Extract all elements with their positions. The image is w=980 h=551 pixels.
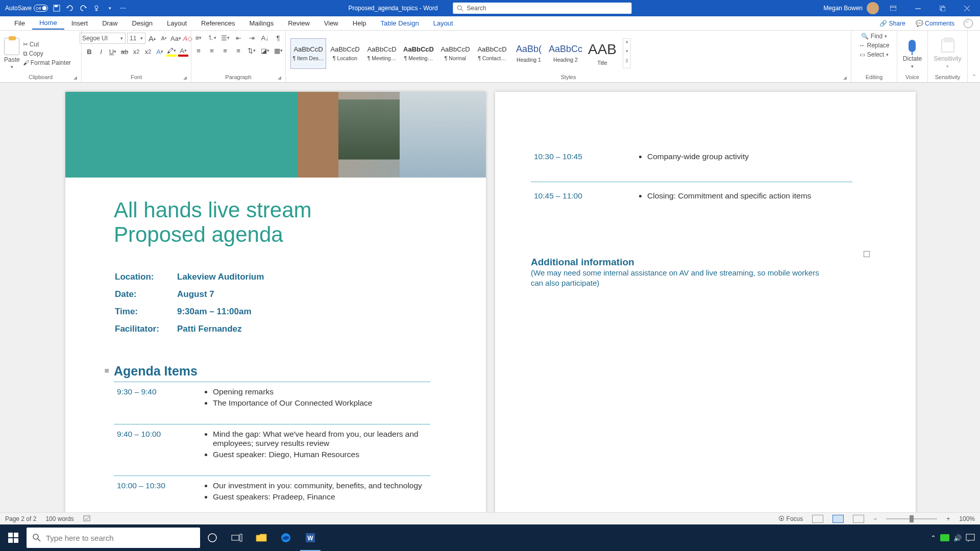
battery-icon[interactable]: [940, 534, 949, 541]
autosave-toggle[interactable]: AutoSave Off: [5, 5, 48, 12]
undo-icon[interactable]: [65, 4, 75, 13]
style-title[interactable]: AABTitle: [584, 38, 620, 69]
zoom-slider[interactable]: [886, 518, 937, 519]
page-indicator[interactable]: Page 2 of 2: [5, 515, 36, 522]
increase-indent-icon[interactable]: ⇥: [247, 33, 257, 43]
print-layout-icon[interactable]: [832, 515, 844, 523]
styles-launcher-icon[interactable]: ◢: [843, 75, 847, 80]
tab-file[interactable]: File: [7, 17, 32, 29]
file-explorer-icon[interactable]: [249, 524, 274, 551]
find-button[interactable]: 🔍 Find ▾: [861, 33, 887, 40]
paste-button[interactable]: Paste ▾: [4, 38, 20, 69]
decrease-indent-icon[interactable]: ⇤: [233, 33, 243, 43]
zoom-level[interactable]: 100%: [959, 515, 975, 522]
italic-button[interactable]: I: [96, 46, 106, 57]
font-color-icon[interactable]: A▾: [178, 46, 188, 57]
redo-icon[interactable]: [79, 4, 88, 13]
style-contact[interactable]: AaBbCcD¶ Contact…: [474, 38, 510, 69]
cut-button[interactable]: ✂ Cut: [23, 41, 71, 48]
tab-view[interactable]: View: [317, 17, 346, 29]
highlight-icon[interactable]: 🖍▾: [166, 46, 177, 57]
font-size-combo[interactable]: 11▾: [127, 33, 145, 44]
maximize-button[interactable]: [932, 0, 952, 16]
format-painter-button[interactable]: 🖌 Format Painter: [23, 59, 71, 66]
document-canvas[interactable]: All hands live stream Proposed agenda Lo…: [0, 83, 980, 533]
tab-table-design[interactable]: Table Design: [374, 17, 426, 29]
change-case-icon[interactable]: Aa▾: [170, 33, 181, 43]
subscript-button[interactable]: x2: [131, 46, 141, 57]
select-button[interactable]: ▭ Select ▾: [860, 51, 889, 58]
zoom-out-button[interactable]: −: [873, 515, 877, 522]
line-spacing-icon[interactable]: ⇅▾: [247, 45, 257, 56]
dictate-button[interactable]: Dictate ▾: [903, 38, 922, 69]
word-count[interactable]: 100 words: [45, 515, 74, 522]
bold-button[interactable]: B: [84, 46, 94, 57]
task-view-icon[interactable]: [225, 524, 249, 551]
start-button[interactable]: [0, 524, 27, 551]
web-layout-icon[interactable]: [853, 515, 864, 523]
save-icon[interactable]: [52, 4, 61, 13]
style-meeting[interactable]: AaBbCcD¶ Meeting…: [364, 38, 400, 69]
tab-insert[interactable]: Insert: [64, 17, 95, 29]
spell-check-icon[interactable]: [83, 515, 91, 522]
tab-mailings[interactable]: Mailings: [242, 17, 281, 29]
feedback-icon[interactable]: [964, 19, 973, 28]
underline-button[interactable]: U▾: [108, 46, 118, 57]
paragraph-launcher-icon[interactable]: ◢: [278, 75, 281, 80]
tab-review[interactable]: Review: [281, 17, 317, 29]
align-left-icon[interactable]: ≡: [193, 45, 204, 56]
copy-button[interactable]: ⧉ Copy: [23, 50, 71, 57]
shrink-font-icon[interactable]: A▾: [159, 33, 169, 43]
numbering-icon[interactable]: ⒈▾: [207, 33, 217, 43]
tell-me-search[interactable]: Search: [453, 3, 632, 14]
edge-icon[interactable]: [274, 524, 298, 551]
read-mode-icon[interactable]: [812, 515, 823, 523]
zoom-in-button[interactable]: +: [946, 515, 950, 522]
content-control-checkbox[interactable]: [864, 251, 870, 257]
style-normal[interactable]: AaBbCcD¶ Normal: [437, 38, 473, 69]
share-button[interactable]: 🔗 Share: [874, 20, 910, 27]
sensitivity-button[interactable]: Sensitivity ▾: [934, 38, 961, 69]
replace-button[interactable]: ↔ Replace: [859, 42, 889, 49]
grow-font-icon[interactable]: A▴: [147, 33, 157, 43]
tab-help[interactable]: Help: [346, 17, 374, 29]
taskbar-search[interactable]: Type here to search: [27, 528, 200, 548]
close-button[interactable]: [957, 0, 977, 16]
font-launcher-icon[interactable]: ◢: [183, 75, 187, 80]
focus-mode-button[interactable]: ⦿ Focus: [778, 515, 803, 522]
ribbon-display-icon[interactable]: [883, 0, 903, 16]
collapse-ribbon-icon[interactable]: ⌃: [968, 31, 980, 82]
qat-more-icon[interactable]: ▾: [105, 4, 114, 13]
style-meeting[interactable]: AaBbCcD¶ Meeting…: [401, 38, 436, 69]
sort-icon[interactable]: A↓: [260, 33, 270, 43]
style-itemdes[interactable]: AaBbCcD¶ Item Des…: [290, 38, 326, 69]
multilevel-icon[interactable]: ☰▾: [220, 33, 230, 43]
styles-down-icon[interactable]: ▾: [623, 48, 630, 58]
styles-more-icon[interactable]: ⊻: [623, 58, 630, 68]
minimize-button[interactable]: [908, 0, 928, 16]
align-center-icon[interactable]: ≡: [207, 45, 217, 56]
font-name-combo[interactable]: Segoe UI▾: [80, 33, 126, 44]
tab-table-layout[interactable]: Layout: [426, 17, 460, 29]
bullets-icon[interactable]: ≡▾: [193, 33, 204, 43]
shading-icon[interactable]: ◪▾: [260, 45, 270, 56]
comments-button[interactable]: 💬 Comments: [911, 20, 960, 27]
text-effects-icon[interactable]: A▾: [155, 46, 165, 57]
justify-icon[interactable]: ≡: [233, 45, 243, 56]
tab-draw[interactable]: Draw: [95, 17, 125, 29]
tab-layout[interactable]: Layout: [160, 17, 194, 29]
touch-mode-icon[interactable]: [92, 4, 101, 13]
clipboard-launcher-icon[interactable]: ◢: [74, 75, 77, 80]
word-icon[interactable]: W: [298, 524, 323, 551]
paste-dropdown-icon[interactable]: ▾: [11, 64, 13, 69]
user-avatar[interactable]: [867, 2, 879, 14]
user-name[interactable]: Megan Bowen: [823, 5, 863, 12]
tray-chevron-icon[interactable]: ⌃: [930, 534, 936, 542]
style-location[interactable]: AaBbCcD¶ Location: [327, 38, 363, 69]
cortana-icon[interactable]: [200, 524, 225, 551]
tab-references[interactable]: References: [194, 17, 242, 29]
borders-icon[interactable]: ▦▾: [273, 45, 283, 56]
align-right-icon[interactable]: ≡: [220, 45, 230, 56]
style-heading1[interactable]: AaBb(Heading 1: [511, 38, 547, 69]
styles-up-icon[interactable]: ▴: [623, 39, 630, 48]
